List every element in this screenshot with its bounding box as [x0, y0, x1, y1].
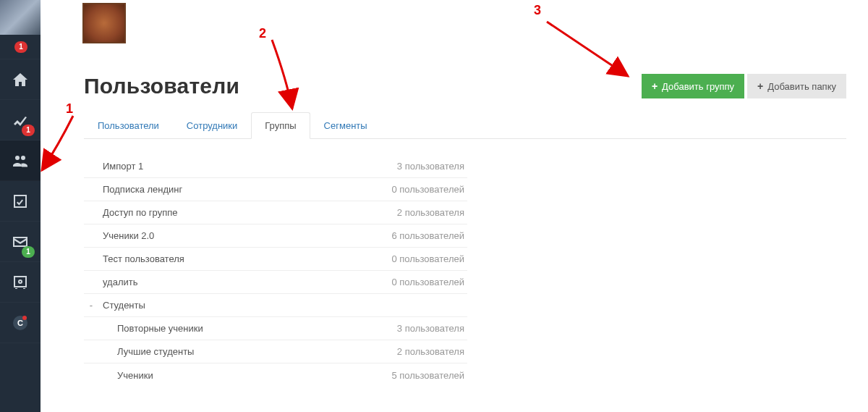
sidebar-item-chat[interactable]: C — [0, 303, 41, 343]
annotation-1: 1 — [66, 101, 73, 117]
list-item[interactable]: Подписка лендинг 0 пользователей — [84, 178, 467, 201]
tabs: Пользователи Сотрудники Группы Сегменты — [84, 112, 846, 139]
group-count: 5 пользователей — [391, 370, 467, 381]
folder-row[interactable]: - Студенты — [84, 294, 467, 317]
tab-staff[interactable]: Сотрудники — [173, 112, 251, 139]
sidebar-item-vault[interactable] — [0, 262, 41, 303]
sidebar-avatar[interactable] — [0, 0, 41, 35]
users-icon — [12, 152, 29, 169]
group-label: Лучшие студенты — [84, 346, 397, 357]
annotation-3: 3 — [534, 3, 541, 18]
tab-groups[interactable]: Группы — [251, 112, 310, 139]
add-folder-button[interactable]: + Добавить папку — [747, 74, 846, 98]
group-label: Тест пользователя — [84, 253, 391, 264]
folder-toggle-icon[interactable]: - — [84, 300, 98, 311]
badge: 1 — [22, 246, 35, 258]
group-label: Ученики — [84, 370, 391, 381]
header-actions: + Добавить группу + Добавить папку — [642, 74, 846, 98]
add-folder-label: Добавить папку — [767, 81, 836, 92]
chat-icon: C — [12, 314, 29, 332]
list-item[interactable]: Повторные ученики 3 пользователя — [84, 317, 467, 340]
check-icon — [12, 193, 29, 210]
group-count: 0 пользователей — [391, 184, 467, 195]
list-item[interactable]: Импорт 1 3 пользователя — [84, 155, 467, 178]
add-group-label: Добавить группу — [662, 81, 734, 92]
list-item[interactable]: Лучшие студенты 2 пользователя — [84, 340, 467, 363]
group-label: Доступ по группе — [84, 207, 397, 218]
list-item[interactable]: удалить 0 пользователей — [84, 271, 467, 294]
sidebar-item-users[interactable] — [0, 140, 41, 181]
list-item[interactable]: Ученики 2.0 6 пользователей — [84, 224, 467, 248]
sidebar-item-stats[interactable]: 1 — [0, 100, 41, 140]
group-label: удалить — [84, 277, 391, 287]
svg-point-2 — [22, 316, 27, 320]
group-count: 0 пользователей — [391, 277, 467, 287]
plus-icon: + — [757, 80, 763, 92]
group-label: Подписка лендинг — [84, 184, 391, 195]
group-list: Импорт 1 3 пользователя Подписка лендинг… — [84, 155, 467, 387]
home-icon — [12, 71, 29, 88]
group-count: 2 пользователя — [397, 207, 467, 218]
project-logo[interactable] — [84, 4, 124, 42]
group-label: Повторные ученики — [84, 323, 397, 334]
sidebar-item-home[interactable] — [0, 59, 41, 100]
page-title: Пользователи — [84, 74, 239, 98]
group-count: 2 пользователя — [397, 346, 467, 357]
annotation-2: 2 — [259, 26, 266, 41]
group-count: 3 пользователя — [397, 323, 467, 334]
tab-users[interactable]: Пользователи — [84, 112, 173, 139]
add-group-button[interactable]: + Добавить группу — [642, 74, 744, 98]
group-label: Ученики 2.0 — [84, 230, 391, 241]
badge: 1 — [22, 125, 35, 136]
badge: 1 — [14, 41, 27, 53]
list-item[interactable]: Доступ по группе 2 пользователя — [84, 201, 467, 224]
list-item[interactable]: Ученики 5 пользователей — [84, 363, 467, 387]
sidebar-item-mail[interactable]: 1 — [0, 222, 41, 262]
group-count: 3 пользователя — [397, 161, 467, 172]
plus-icon: + — [652, 80, 658, 92]
svg-text:C: C — [17, 319, 23, 327]
main-content: Пользователи + Добавить группу + Добавит… — [41, 0, 868, 412]
list-item[interactable]: Тест пользователя 0 пользователей — [84, 248, 467, 271]
group-label: Импорт 1 — [84, 161, 397, 172]
tab-segments[interactable]: Сегменты — [310, 112, 381, 139]
safe-icon — [12, 274, 29, 291]
sidebar: 1 1 1 C — [0, 0, 41, 412]
sidebar-item-notification[interactable]: 1 — [0, 35, 41, 59]
folder-label: Студенты — [98, 300, 467, 311]
sidebar-item-tasks[interactable] — [0, 181, 41, 222]
group-count: 6 пользователей — [391, 230, 467, 241]
group-count: 0 пользователей — [391, 253, 467, 264]
